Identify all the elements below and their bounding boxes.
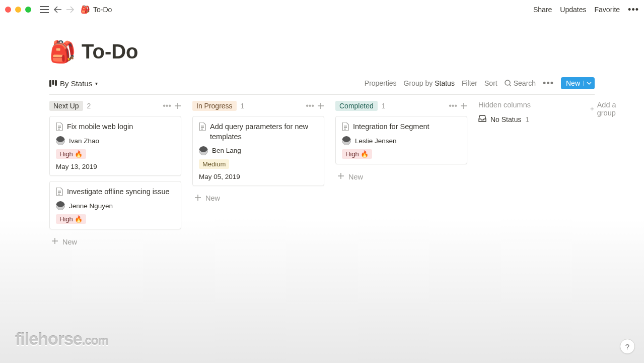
plus-icon bbox=[51, 237, 58, 246]
column-more-icon[interactable]: ••• bbox=[163, 101, 171, 110]
breadcrumb-icon: 🎒 bbox=[81, 5, 90, 14]
chevron-down-icon bbox=[587, 81, 592, 86]
board-card[interactable]: Integration for SegmentLeslie JensenHigh… bbox=[335, 116, 467, 164]
watermark: filehorse.com bbox=[15, 329, 108, 349]
close-window-icon[interactable] bbox=[5, 7, 11, 13]
card-title: Investigate offline syncing issue bbox=[67, 187, 170, 197]
hamburger-menu-icon[interactable] bbox=[38, 4, 50, 16]
no-status-label: No Status bbox=[490, 115, 521, 124]
board-column: In Progress1•••Add query parameters for … bbox=[192, 101, 324, 206]
card-title: Add query parameters for new templates bbox=[210, 122, 318, 142]
group-by-value: Status bbox=[435, 79, 455, 87]
search-label: Search bbox=[514, 79, 536, 87]
kanban-board: Next Up2•••Fix mobile web loginIvan Zhao… bbox=[49, 101, 595, 249]
card-priority-tag: High 🔥 bbox=[56, 214, 86, 224]
column-status-tag[interactable]: Next Up bbox=[49, 101, 83, 111]
column-status-tag[interactable]: In Progress bbox=[192, 101, 237, 111]
page-icon bbox=[56, 188, 63, 197]
hidden-columns-label: Hidden columns bbox=[478, 101, 579, 109]
topbar-actions: Share Updates Favorite ••• bbox=[533, 5, 639, 15]
watermark-brand: filehorse bbox=[15, 329, 82, 348]
add-group-button[interactable]: Add a group bbox=[590, 101, 619, 117]
column-count: 2 bbox=[87, 102, 91, 110]
page-header: 🎒 To-Do bbox=[49, 39, 595, 64]
column-add-icon[interactable] bbox=[317, 101, 324, 110]
card-assignee: Ben Lang bbox=[212, 147, 241, 154]
page-icon bbox=[199, 123, 206, 132]
back-icon[interactable] bbox=[51, 4, 63, 16]
topbar: 🎒 To-Do Share Updates Favorite ••• bbox=[0, 0, 644, 19]
toolbar-more-icon[interactable]: ••• bbox=[543, 78, 554, 89]
avatar bbox=[342, 136, 351, 145]
plus-icon bbox=[337, 172, 344, 181]
card-due-date: May 13, 2019 bbox=[56, 163, 175, 170]
page-icon bbox=[56, 123, 63, 132]
page-icon bbox=[342, 123, 349, 132]
inbox-icon bbox=[478, 115, 486, 124]
column-add-icon[interactable] bbox=[460, 101, 467, 110]
column-more-icon[interactable]: ••• bbox=[449, 101, 457, 110]
column-status-tag[interactable]: Completed bbox=[335, 101, 378, 111]
new-button[interactable]: New bbox=[561, 77, 595, 89]
board-card[interactable]: Fix mobile web loginIvan ZhaoHigh 🔥May 1… bbox=[49, 116, 181, 176]
column-header: In Progress1••• bbox=[192, 101, 324, 111]
forward-icon bbox=[64, 4, 77, 16]
avatar bbox=[56, 201, 65, 210]
board-card[interactable]: Add query parameters for new templatesBe… bbox=[192, 116, 324, 186]
add-card-label: New bbox=[348, 173, 363, 181]
breadcrumb[interactable]: 🎒 To-Do bbox=[81, 5, 112, 14]
board-card[interactable]: Investigate offline syncing issueJenne N… bbox=[49, 181, 181, 229]
add-card-button[interactable]: New bbox=[192, 191, 324, 206]
add-card-button[interactable]: New bbox=[49, 234, 181, 249]
hidden-column-no-status[interactable]: No Status 1 bbox=[478, 115, 579, 124]
add-group-label: Add a group bbox=[597, 101, 619, 117]
breadcrumb-title: To-Do bbox=[93, 6, 112, 14]
minimize-window-icon[interactable] bbox=[15, 7, 21, 13]
svg-rect-2 bbox=[55, 80, 57, 86]
sort-button[interactable]: Sort bbox=[484, 79, 497, 87]
add-card-button[interactable]: New bbox=[335, 169, 467, 184]
view-switcher[interactable]: By Status ▾ bbox=[49, 79, 98, 88]
page-title[interactable]: To-Do bbox=[82, 40, 138, 63]
group-by-button[interactable]: Group by Status bbox=[404, 79, 455, 87]
properties-button[interactable]: Properties bbox=[365, 79, 397, 87]
group-by-label: Group by bbox=[404, 79, 433, 87]
column-count: 1 bbox=[241, 102, 245, 110]
column-add-icon[interactable] bbox=[174, 101, 181, 110]
filter-button[interactable]: Filter bbox=[462, 79, 477, 87]
add-card-label: New bbox=[62, 238, 77, 246]
plus-icon bbox=[590, 105, 594, 112]
card-due-date: May 05, 2019 bbox=[199, 173, 318, 180]
page-body: 🎒 To-Do By Status ▾ Properties Group by … bbox=[0, 19, 644, 249]
svg-point-3 bbox=[505, 80, 510, 85]
maximize-window-icon[interactable] bbox=[25, 7, 31, 13]
board-column: Next Up2•••Fix mobile web loginIvan Zhao… bbox=[49, 101, 181, 249]
card-title: Integration for Segment bbox=[353, 122, 430, 132]
card-assignee: Ivan Zhao bbox=[69, 137, 99, 145]
svg-rect-0 bbox=[49, 80, 51, 87]
card-priority-tag: High 🔥 bbox=[56, 149, 86, 159]
page-icon[interactable]: 🎒 bbox=[49, 39, 76, 64]
column-more-icon[interactable]: ••• bbox=[306, 101, 314, 110]
share-button[interactable]: Share bbox=[533, 6, 552, 14]
card-assignee: Leslie Jensen bbox=[355, 137, 397, 145]
updates-button[interactable]: Updates bbox=[560, 6, 586, 14]
avatar bbox=[56, 136, 65, 145]
add-card-label: New bbox=[205, 194, 220, 202]
view-toolbar: By Status ▾ Properties Group by Status F… bbox=[49, 77, 595, 95]
toolbar-actions: Properties Group by Status Filter Sort S… bbox=[365, 77, 595, 89]
new-button-dropdown[interactable] bbox=[583, 81, 592, 86]
more-menu-icon[interactable]: ••• bbox=[628, 5, 639, 15]
card-title: Fix mobile web login bbox=[67, 122, 133, 132]
window-traffic-lights bbox=[5, 7, 31, 13]
column-header: Next Up2••• bbox=[49, 101, 181, 111]
board-column: Completed1•••Integration for SegmentLesl… bbox=[335, 101, 467, 184]
chevron-down-icon: ▾ bbox=[95, 81, 98, 86]
column-count: 1 bbox=[382, 102, 386, 110]
help-button[interactable]: ? bbox=[620, 339, 635, 354]
search-button[interactable]: Search bbox=[505, 79, 536, 87]
plus-icon bbox=[194, 194, 201, 203]
watermark-suffix: .com bbox=[82, 334, 108, 347]
svg-rect-1 bbox=[52, 80, 54, 85]
favorite-button[interactable]: Favorite bbox=[595, 6, 620, 14]
